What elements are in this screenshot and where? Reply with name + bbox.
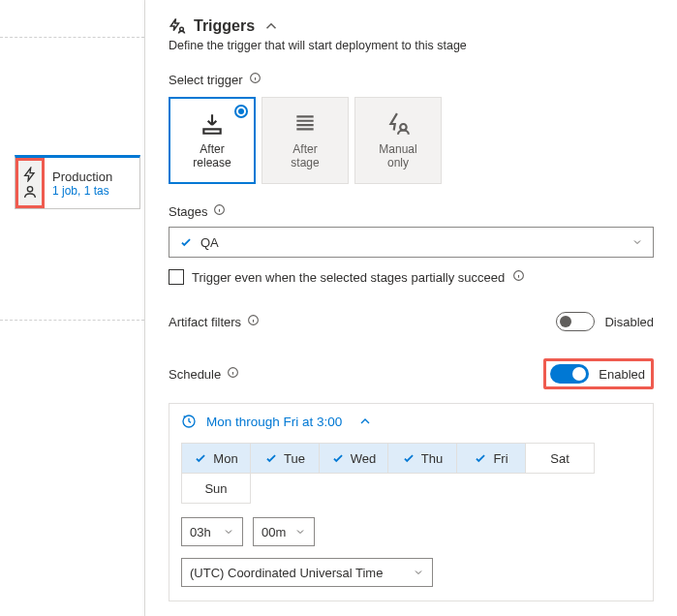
trigger-manual-only[interactable]: Manual only xyxy=(354,97,442,184)
trigger-after-stage[interactable]: After stage xyxy=(262,97,349,184)
download-icon xyxy=(200,111,225,137)
select-trigger-label: Select trigger xyxy=(169,72,654,87)
info-icon[interactable] xyxy=(227,366,239,382)
stage-card-production[interactable]: Production 1 job, 1 tas xyxy=(15,155,140,209)
schedule-toggle-highlight: Enabled xyxy=(543,358,654,389)
day-sun[interactable]: Sun xyxy=(181,473,251,504)
panel-header[interactable]: Triggers xyxy=(169,17,654,35)
hour-dropdown[interactable]: 03h xyxy=(181,517,243,546)
triggers-panel: Triggers Define the trigger that will st… xyxy=(145,0,677,616)
stages-dropdown[interactable]: QA xyxy=(169,227,654,258)
chevron-down-icon xyxy=(223,526,234,538)
check-icon xyxy=(474,451,487,465)
stages-icon xyxy=(292,111,318,137)
schedule-summary-text: Mon through Fri at 3:00 xyxy=(206,415,342,429)
partial-succeed-row: Trigger even when the selected stages pa… xyxy=(169,269,654,285)
day-fri[interactable]: Fri xyxy=(456,443,526,474)
artifact-filters-status: Disabled xyxy=(604,315,654,329)
check-icon xyxy=(331,451,345,465)
svg-point-1 xyxy=(180,27,184,31)
divider xyxy=(0,320,144,321)
stage-text: Production 1 job, 1 tas xyxy=(45,158,120,208)
svg-point-0 xyxy=(27,187,32,192)
divider xyxy=(0,37,144,38)
schedule-status: Enabled xyxy=(599,367,645,382)
day-mon[interactable]: Mon xyxy=(181,443,251,474)
clock-icon xyxy=(181,414,197,429)
chevron-down-icon xyxy=(294,526,306,538)
manual-icon xyxy=(385,111,411,137)
minute-dropdown[interactable]: 00m xyxy=(253,517,315,546)
trigger-label: After release xyxy=(193,142,231,169)
chevron-up-icon xyxy=(357,414,373,429)
user-icon xyxy=(22,184,38,200)
schedule-editor: Mon through Fri at 3:00 Mon Tue Wed Thu … xyxy=(169,403,654,601)
stages-value: QA xyxy=(200,235,219,250)
check-icon xyxy=(402,451,415,465)
artifact-filters-label: Artifact filters xyxy=(169,314,260,329)
chevron-up-icon xyxy=(262,17,280,35)
chevron-down-icon xyxy=(631,236,643,248)
panel-subtitle: Define the trigger that will start deplo… xyxy=(169,39,654,52)
day-wed[interactable]: Wed xyxy=(319,443,388,474)
partial-succeed-checkbox[interactable] xyxy=(169,269,184,285)
trigger-after-release[interactable]: After release xyxy=(169,97,256,184)
chevron-down-icon xyxy=(413,567,424,578)
schedule-toggle[interactable] xyxy=(550,364,589,384)
partial-succeed-label: Trigger even when the selected stages pa… xyxy=(192,270,505,285)
stages-label: Stages xyxy=(169,203,654,219)
schedule-label: Schedule xyxy=(169,366,239,382)
left-pane: Production 1 job, 1 tas xyxy=(0,0,145,616)
trigger-cards: After release After stage Manual only xyxy=(169,97,654,184)
info-icon[interactable] xyxy=(512,269,525,285)
schedule-row: Schedule Enabled xyxy=(169,358,654,389)
stage-jobs-link[interactable]: 1 job, 1 tas xyxy=(52,184,112,198)
panel-title: Triggers xyxy=(194,17,255,35)
stage-triggers-button[interactable] xyxy=(15,158,45,208)
info-icon[interactable] xyxy=(249,72,262,87)
check-icon xyxy=(264,451,278,465)
time-row: 03h 00m xyxy=(181,517,641,546)
day-tue[interactable]: Tue xyxy=(250,443,320,474)
lightning-user-icon xyxy=(169,17,186,35)
day-sat[interactable]: Sat xyxy=(525,443,595,474)
radio-selected-icon xyxy=(234,105,248,118)
lightning-icon xyxy=(22,167,38,182)
stage-name: Production xyxy=(52,169,112,184)
check-icon xyxy=(194,451,207,465)
check-icon xyxy=(179,235,193,249)
trigger-label: Manual only xyxy=(379,142,416,169)
info-icon[interactable] xyxy=(213,203,226,219)
trigger-label: After stage xyxy=(291,142,319,169)
schedule-summary[interactable]: Mon through Fri at 3:00 xyxy=(181,414,641,429)
day-thu[interactable]: Thu xyxy=(387,443,457,474)
day-picker: Mon Tue Wed Thu Fri Sat Sun xyxy=(181,443,641,504)
artifact-filters-toggle[interactable] xyxy=(556,312,595,331)
info-icon[interactable] xyxy=(247,314,260,329)
artifact-filters-row: Artifact filters Disabled xyxy=(169,312,654,331)
timezone-dropdown[interactable]: (UTC) Coordinated Universal Time xyxy=(181,558,433,587)
